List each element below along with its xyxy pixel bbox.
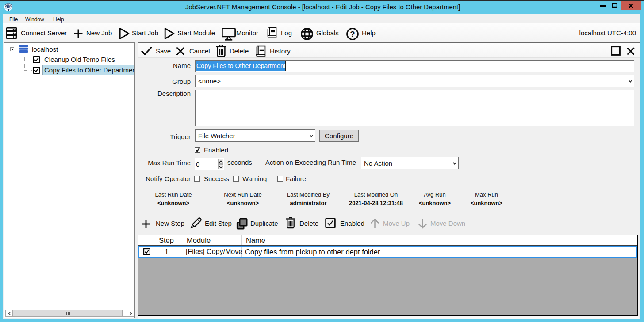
svg-text:?: ? (350, 30, 355, 39)
